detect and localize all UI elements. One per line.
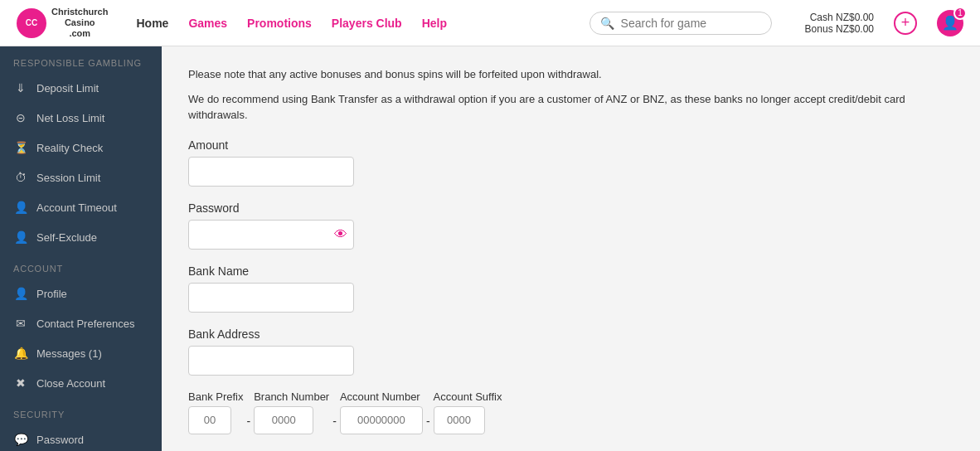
account-suffix-label: Account Suffix (434, 390, 502, 403)
sidebar-item-profile[interactable]: 👤 Profile (0, 279, 162, 308)
sidebar-item-net-loss[interactable]: ⊝ Net Loss Limit (0, 103, 162, 133)
account-balance: Cash NZ$0.00 Bonus NZ$0.00 (805, 12, 874, 35)
bank-prefix-label: Bank Prefix (188, 390, 243, 403)
password-input[interactable] (188, 220, 354, 250)
sidebar-label-password: Password (36, 434, 84, 446)
password-group: Password 👁 (188, 201, 953, 250)
branch-number-label: Branch Number (254, 390, 329, 403)
branch-number-field: Branch Number (254, 390, 329, 434)
password-wrapper: 👁 (188, 220, 354, 250)
notice-bank-transfer: We do recommend using Bank Transfer as a… (188, 91, 953, 124)
search-bar: 🔍 (589, 12, 772, 35)
branch-number-input[interactable] (254, 406, 313, 434)
bank-name-group: Bank Name (188, 264, 953, 313)
withdrawal-form: Amount Password 👁 Bank Name Bank Address (188, 138, 953, 452)
sidebar-label-deposit-limit: Deposit Limit (36, 82, 99, 95)
account-number-input[interactable] (340, 406, 423, 434)
nav-games[interactable]: Games (188, 17, 227, 30)
sidebar-section-responsible: RESPONSIBLE GAMBLING (0, 46, 162, 73)
sidebar-item-deposit-limit[interactable]: ⇓ Deposit Limit (0, 73, 162, 103)
bonus-balance: Bonus NZ$0.00 (805, 23, 874, 35)
sidebar-label-session-limit: Session Limit (36, 172, 100, 184)
contact-prefs-icon: ✉ (13, 316, 28, 331)
separator-1: - (243, 415, 254, 434)
sidebar-label-contact-prefs: Contact Preferences (36, 318, 135, 330)
page-layout: RESPONSIBLE GAMBLING ⇓ Deposit Limit ⊝ N… (0, 46, 980, 451)
deposit-limit-icon: ⇓ (13, 80, 28, 95)
amount-group: Amount (188, 138, 953, 187)
sidebar-item-self-exclude[interactable]: 👤 Self-Exclude (0, 222, 162, 252)
sidebar-item-contact-prefs[interactable]: ✉ Contact Preferences (0, 308, 162, 338)
search-input[interactable] (621, 17, 754, 30)
bank-name-input[interactable] (188, 283, 354, 313)
bank-address-group: Bank Address (188, 327, 953, 376)
password-icon: 💬 (13, 432, 28, 447)
sidebar-item-reality-check[interactable]: ⏳ Reality Check (0, 133, 162, 162)
sidebar-item-password[interactable]: 💬 Password (0, 424, 162, 451)
nav-home[interactable]: Home (136, 17, 168, 30)
sidebar-section-account: ACCOUNT (0, 252, 162, 279)
reality-check-icon: ⏳ (13, 140, 28, 155)
account-number-field: Account Number (340, 390, 423, 434)
account-number-label: Account Number (340, 390, 423, 403)
self-exclude-icon: 👤 (13, 230, 28, 245)
close-account-icon: ✖ (13, 376, 28, 390)
sidebar-label-account-timeout: Account Timeout (36, 201, 117, 214)
logo-icon: CC (17, 8, 46, 38)
bank-address-label: Bank Address (188, 327, 953, 341)
sidebar-label-messages: Messages (1) (36, 347, 102, 360)
sidebar-label-self-exclude: Self-Exclude (36, 231, 97, 244)
sidebar: RESPONSIBLE GAMBLING ⇓ Deposit Limit ⊝ N… (0, 46, 162, 451)
sidebar-label-reality-check: Reality Check (36, 142, 103, 154)
sidebar-item-account-timeout[interactable]: 👤 Account Timeout (0, 192, 162, 222)
messages-icon: 🔔 (13, 346, 28, 361)
sidebar-label-close-account: Close Account (36, 377, 105, 390)
sidebar-label-net-loss: Net Loss Limit (36, 112, 104, 124)
password-label: Password (188, 201, 953, 215)
amount-label: Amount (188, 138, 953, 152)
bank-address-input[interactable] (188, 346, 354, 376)
sidebar-item-session-limit[interactable]: ⏱ Session Limit (0, 162, 162, 192)
bank-name-label: Bank Name (188, 264, 953, 278)
nav-help[interactable]: Help (422, 17, 447, 30)
sidebar-section-security: SECURITY (0, 398, 162, 424)
logo-text: ChristchurchCasino.com (51, 7, 108, 40)
amount-input[interactable] (188, 157, 354, 187)
deposit-button[interactable]: + (894, 12, 917, 35)
sidebar-item-messages[interactable]: 🔔 Messages (1) (0, 338, 162, 368)
separator-2: - (329, 415, 340, 434)
nav-players-club[interactable]: Players Club (332, 17, 402, 30)
separator-3: - (423, 415, 434, 434)
bank-number-group: Bank Prefix - Branch Number - Account Nu… (188, 390, 953, 434)
cash-balance: Cash NZ$0.00 (810, 12, 874, 23)
sidebar-label-profile: Profile (36, 288, 67, 300)
main-content: Please note that any active bonuses and … (162, 46, 980, 451)
bank-number-row: Bank Prefix - Branch Number - Account Nu… (188, 390, 953, 434)
notification-badge: 1 (953, 7, 967, 20)
search-icon: 🔍 (600, 17, 614, 30)
user-avatar[interactable]: 👤 1 (937, 10, 963, 36)
bank-prefix-field: Bank Prefix (188, 390, 243, 434)
profile-icon: 👤 (13, 286, 28, 301)
notice-bonuses: Please note that any active bonuses and … (188, 66, 953, 83)
top-navbar: CC ChristchurchCasino.com Home Games Pro… (0, 0, 980, 46)
sidebar-item-close-account[interactable]: ✖ Close Account (0, 368, 162, 398)
nav-promotions[interactable]: Promotions (247, 17, 312, 30)
session-limit-icon: ⏱ (13, 170, 28, 185)
account-suffix-field: Account Suffix (434, 390, 502, 434)
logo: CC ChristchurchCasino.com (17, 7, 108, 40)
net-loss-icon: ⊝ (13, 110, 28, 125)
show-password-icon[interactable]: 👁 (334, 227, 347, 242)
account-timeout-icon: 👤 (13, 200, 28, 215)
account-suffix-input[interactable] (434, 406, 485, 434)
bank-prefix-input[interactable] (188, 406, 231, 434)
